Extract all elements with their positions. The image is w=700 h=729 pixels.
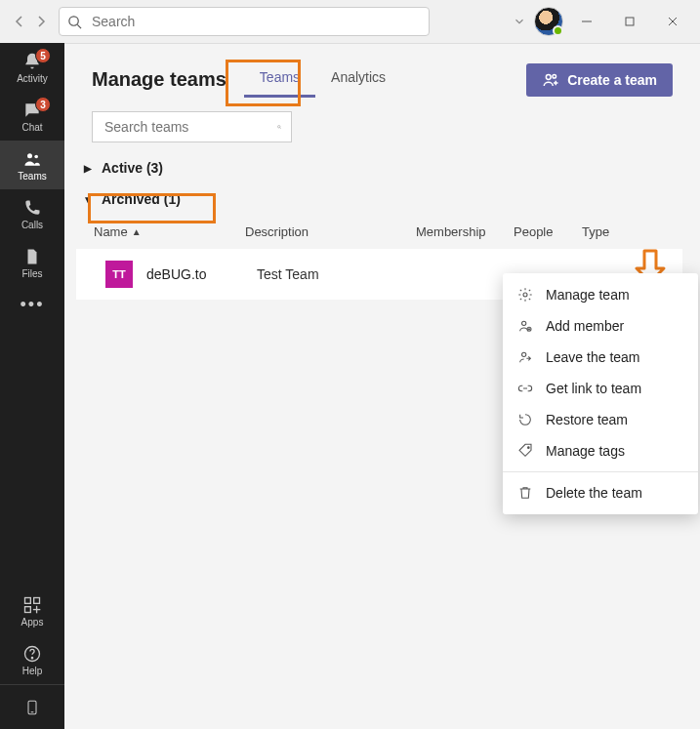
mobile-icon: [24, 697, 40, 718]
rail-apps[interactable]: Apps: [0, 587, 64, 635]
rail-label: Apps: [21, 617, 44, 628]
menu-label: Leave the team: [546, 349, 640, 365]
global-search[interactable]: [59, 7, 430, 36]
search-icon: [277, 119, 281, 135]
user-avatar[interactable]: [534, 7, 563, 36]
rail-label: Activity: [17, 73, 48, 84]
rail-teams[interactable]: Teams: [0, 141, 64, 189]
app-rail: Activity 5 Chat 3 Teams Calls Files ••• …: [0, 43, 64, 729]
svg-point-24: [522, 321, 526, 325]
menu-restore-team[interactable]: Restore team: [503, 404, 698, 435]
rail-badge: 3: [35, 97, 51, 112]
rail-more[interactable]: •••: [0, 287, 64, 322]
window-close-button[interactable]: [653, 7, 692, 36]
rail-activity[interactable]: Activity 5: [0, 43, 64, 92]
search-teams-input[interactable]: [103, 118, 277, 136]
section-active[interactable]: ▶ Active (3): [64, 152, 700, 183]
tabs: Teams Analytics: [244, 61, 401, 98]
gear-icon: [516, 287, 534, 303]
rail-chat[interactable]: Chat 3: [0, 92, 64, 141]
col-people[interactable]: People: [514, 224, 582, 239]
create-team-icon: [542, 71, 559, 89]
svg-point-7: [34, 154, 38, 158]
svg-rect-8: [25, 597, 31, 603]
caret-down-icon: ▼: [82, 194, 94, 205]
team-name: deBUG.to: [146, 266, 206, 282]
menu-delete-team[interactable]: Delete the team: [503, 477, 698, 508]
link-icon: [516, 381, 534, 396]
menu-leave-team[interactable]: Leave the team: [503, 342, 698, 373]
svg-point-28: [522, 352, 526, 356]
col-type[interactable]: Type: [582, 224, 650, 239]
column-headers: Name▲ Description Membership People Type: [64, 215, 700, 249]
menu-label: Restore team: [546, 412, 628, 427]
rail-label: Chat: [21, 122, 42, 133]
svg-point-17: [547, 74, 552, 79]
svg-point-14: [31, 657, 32, 658]
tag-icon: [516, 443, 534, 459]
more-icon: •••: [21, 296, 45, 313]
menu-manage-tags[interactable]: Manage tags: [503, 435, 698, 466]
global-search-input[interactable]: [90, 13, 421, 30]
nav-arrows: [8, 14, 59, 29]
restore-icon: [516, 412, 534, 427]
window-minimize-button[interactable]: [567, 7, 606, 36]
menu-label: Manage tags: [546, 443, 625, 459]
teams-icon: [22, 149, 42, 169]
chevron-down-icon[interactable]: [513, 15, 526, 28]
sort-asc-icon: ▲: [132, 226, 142, 237]
col-name[interactable]: Name: [94, 224, 128, 239]
tab-teams[interactable]: Teams: [244, 61, 315, 98]
svg-point-21: [278, 126, 281, 129]
menu-manage-team[interactable]: Manage team: [503, 279, 698, 310]
col-description[interactable]: Description: [245, 224, 416, 239]
svg-point-0: [69, 16, 78, 24]
rail-calls[interactable]: Calls: [0, 189, 64, 238]
phone-icon: [22, 198, 42, 218]
trash-icon: [516, 485, 534, 501]
svg-line-22: [280, 128, 281, 129]
menu-add-member[interactable]: Add member: [503, 310, 698, 342]
rail-mobile[interactable]: [0, 684, 64, 729]
leave-icon: [516, 349, 534, 365]
section-active-label: Active (3): [102, 160, 163, 176]
rail-badge: 5: [35, 48, 51, 63]
team-context-menu: Manage team Add member Leave the team Ge…: [503, 273, 698, 514]
titlebar-right: [513, 7, 700, 36]
page-header: Manage teams Teams Analytics Create a te…: [64, 44, 700, 98]
section-archived[interactable]: ▼ Archived (1): [64, 183, 700, 215]
forward-icon[interactable]: [33, 14, 49, 29]
search-icon: [67, 15, 82, 29]
create-team-button[interactable]: Create a team: [526, 63, 673, 97]
menu-separator: [503, 471, 698, 472]
svg-point-18: [553, 74, 556, 78]
tab-analytics[interactable]: Analytics: [315, 61, 401, 98]
svg-line-1: [77, 24, 81, 28]
presence-available-icon: [553, 25, 563, 36]
svg-rect-10: [25, 606, 31, 612]
help-icon: [22, 644, 42, 664]
team-description: Test Team: [257, 266, 428, 282]
search-teams[interactable]: [92, 111, 292, 142]
create-team-label: Create a team: [567, 72, 657, 88]
back-icon[interactable]: [12, 14, 27, 29]
window-maximize-button[interactable]: [610, 7, 649, 36]
col-membership[interactable]: Membership: [416, 224, 514, 239]
menu-get-link[interactable]: Get link to team: [503, 373, 698, 404]
titlebar: [0, 0, 700, 43]
menu-label: Manage team: [546, 287, 630, 303]
menu-label: Add member: [546, 318, 624, 334]
svg-rect-3: [626, 18, 634, 25]
rail-help[interactable]: Help: [0, 635, 64, 684]
rail-files[interactable]: Files: [0, 238, 64, 287]
rail-label: Files: [21, 268, 42, 279]
svg-point-29: [528, 447, 530, 449]
rail-label: Calls: [21, 220, 43, 230]
main-content: Manage teams Teams Analytics Create a te…: [64, 43, 700, 729]
rail-label: Help: [22, 666, 43, 676]
menu-label: Get link to team: [546, 381, 641, 396]
file-icon: [23, 247, 41, 266]
apps-icon: [22, 595, 42, 615]
svg-point-23: [523, 293, 527, 297]
svg-rect-9: [34, 597, 40, 603]
